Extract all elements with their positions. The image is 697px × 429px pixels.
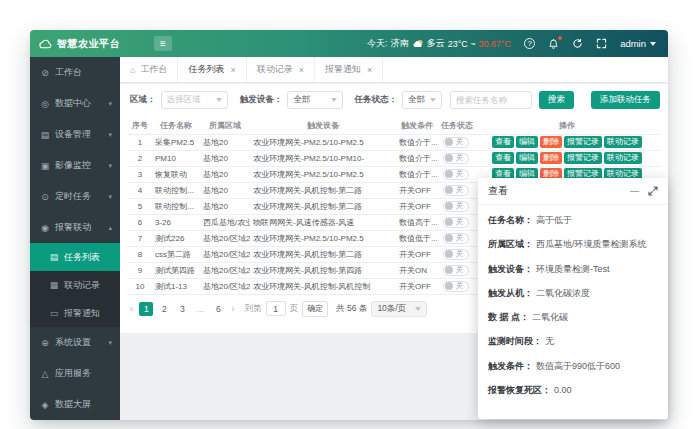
tab-task-list[interactable]: 任务列表× bbox=[178, 57, 246, 82]
trigger-device-cell: 农业环境网关-PM2.5/10-PM2.5 bbox=[250, 166, 396, 182]
linkage-record-button[interactable]: 联动记录 bbox=[604, 136, 642, 148]
column-header: 操作 bbox=[474, 117, 660, 134]
sidebar-item-device-management[interactable]: ▤设备管理▾ bbox=[30, 119, 120, 150]
edit-button[interactable]: 编辑 bbox=[516, 152, 538, 164]
page-button-6[interactable]: 6 bbox=[211, 302, 225, 316]
status-toggle[interactable]: 关 bbox=[443, 217, 469, 228]
edit-button[interactable]: 编辑 bbox=[516, 136, 538, 148]
prev-page-button[interactable]: ‹ bbox=[128, 304, 135, 314]
region-cell: 基地20/区域20 bbox=[200, 262, 250, 278]
status-toggle[interactable]: 关 bbox=[443, 185, 469, 196]
row-index-cell: 3 bbox=[128, 166, 152, 182]
page-jump-input[interactable] bbox=[266, 301, 286, 316]
chevron-down-icon: ▾ bbox=[108, 131, 112, 139]
toggle-knob bbox=[445, 282, 453, 290]
view-button[interactable]: 查看 bbox=[492, 152, 514, 164]
toggle-off-label: 关 bbox=[456, 217, 463, 227]
chevron-down-icon bbox=[430, 98, 436, 102]
sidebar-item-workbench[interactable]: ⊘工作台 bbox=[30, 57, 120, 88]
chevron-down-icon: ▾ bbox=[108, 100, 112, 108]
status-filter-label: 任务状态： bbox=[355, 94, 398, 106]
user-menu[interactable]: admin bbox=[620, 38, 656, 49]
page-button-1[interactable]: 1 bbox=[139, 302, 153, 316]
row-index-cell: 9 bbox=[128, 262, 152, 278]
status-toggle[interactable]: 关 bbox=[443, 233, 469, 244]
delete-button[interactable]: 删除 bbox=[540, 152, 562, 164]
status-toggle[interactable]: 关 bbox=[443, 169, 469, 180]
alarm-record-button[interactable]: 报警记录 bbox=[564, 152, 602, 164]
close-tab-icon[interactable]: × bbox=[299, 65, 304, 75]
region-cell: 基地20/区域20 bbox=[200, 278, 250, 294]
region-cell: 基地20/区域20 bbox=[200, 246, 250, 262]
sidebar-nav: ⊘工作台◎数据中心▾▤设备管理▾▣影像监控▾⊙定时任务▾◉报警联动▴▤任务列表▦… bbox=[30, 57, 120, 420]
search-button[interactable]: 搜索 bbox=[539, 91, 574, 109]
sidebar-item-data-center[interactable]: ◎数据中心▾ bbox=[30, 88, 120, 119]
app-window: 智慧农业平台 ≡ 今天: 济南 多云 23°C ~ 30.67°C ? bbox=[30, 30, 668, 420]
page-button-3[interactable]: 3 bbox=[175, 302, 189, 316]
page-button-2[interactable]: 2 bbox=[157, 302, 171, 316]
close-tab-icon[interactable]: × bbox=[230, 65, 235, 75]
tab-alarm-notice[interactable]: 报警通知× bbox=[315, 57, 383, 82]
tab-workbench[interactable]: ⌂工作台 bbox=[120, 57, 178, 82]
sidebar-item-label: 联动记录 bbox=[64, 279, 100, 292]
status-toggle[interactable]: 关 bbox=[443, 137, 469, 148]
page-size-select[interactable]: 10条/页 bbox=[371, 301, 427, 317]
confirm-button[interactable]: 确定 bbox=[302, 301, 328, 317]
status-cell: 关 bbox=[438, 182, 474, 198]
toggle-off-label: 关 bbox=[456, 249, 463, 259]
dialog-header-icons: — bbox=[630, 186, 658, 196]
sidebar-item-system-settings[interactable]: ⊕系统设置▾ bbox=[30, 327, 120, 358]
status-toggle[interactable]: 关 bbox=[443, 201, 469, 212]
sidebar-item-alarm-notice[interactable]: ▭报警通知 bbox=[30, 299, 120, 327]
chevron-down-icon bbox=[331, 98, 337, 102]
detail-field-recovery-deadzone: 报警恢复死区：0.00 bbox=[488, 385, 658, 396]
region-cell: 基地20 bbox=[200, 150, 250, 166]
trigger-device-select[interactable]: 全部 bbox=[287, 91, 342, 109]
tab-linkage-records[interactable]: 联动记录× bbox=[247, 57, 315, 82]
minimize-icon[interactable]: — bbox=[630, 187, 639, 196]
region-select[interactable]: 选择区域 bbox=[161, 91, 228, 109]
linkage-record-button[interactable]: 联动记录 bbox=[604, 152, 642, 164]
field-value: 二氧化碳 bbox=[532, 312, 568, 323]
add-linkage-task-button[interactable]: 添加联动任务 bbox=[591, 91, 660, 109]
sidebar-item-linkage-records[interactable]: ▦联动记录 bbox=[30, 271, 120, 299]
dialog-header: 查看 — bbox=[478, 178, 668, 205]
next-page-button[interactable]: › bbox=[229, 304, 236, 314]
status-toggle[interactable]: 关 bbox=[443, 265, 469, 276]
sidebar-item-app-services[interactable]: △应用服务 bbox=[30, 358, 120, 389]
refresh-icon[interactable] bbox=[572, 38, 583, 49]
status-toggle[interactable]: 关 bbox=[443, 153, 469, 164]
table-row: 2PM10基地20农业环境网关-PM2.5/10-PM10-数值介于...关查看… bbox=[128, 150, 660, 166]
sidebar-item-task-list[interactable]: ▤任务列表 bbox=[30, 243, 120, 271]
alarm-record-button[interactable]: 报警记录 bbox=[564, 136, 602, 148]
expand-icon[interactable] bbox=[648, 186, 658, 196]
search-input[interactable] bbox=[450, 91, 532, 109]
menu-collapse-icon[interactable]: ≡ bbox=[154, 36, 172, 51]
delete-button[interactable]: 删除 bbox=[540, 136, 562, 148]
help-icon[interactable]: ? bbox=[524, 38, 535, 49]
sidebar-item-video-monitor[interactable]: ▣影像监控▾ bbox=[30, 150, 120, 181]
toggle-knob bbox=[445, 186, 453, 194]
close-tab-icon[interactable]: × bbox=[367, 65, 372, 75]
row-index-cell: 8 bbox=[128, 246, 152, 262]
fullscreen-icon[interactable] bbox=[596, 38, 607, 49]
row-index-cell: 2 bbox=[128, 150, 152, 166]
detail-field-trigger-condition: 触发条件：数值高于990低于600 bbox=[488, 361, 658, 372]
field-label: 监测时间段： bbox=[488, 336, 542, 347]
region-cell: 基地20 bbox=[200, 134, 250, 150]
sidebar-item-data-screen[interactable]: ◈数据大屏 bbox=[30, 389, 120, 420]
sidebar-item-scheduled-tasks[interactable]: ⊙定时任务▾ bbox=[30, 181, 120, 212]
status-toggle[interactable]: 关 bbox=[443, 281, 469, 292]
sidebar-item-alarm-linkage[interactable]: ◉报警联动▴ bbox=[30, 212, 120, 243]
task-status-select[interactable]: 全部 bbox=[402, 91, 442, 109]
page-ellipsis: ... bbox=[193, 302, 207, 316]
sidebar-item-label: 定时任务 bbox=[55, 190, 91, 203]
tab-label: 任务列表 bbox=[188, 63, 224, 76]
notifications-icon[interactable] bbox=[548, 38, 559, 50]
header-right-cluster: 今天: 济南 多云 23°C ~ 30.67°C ? admin bbox=[367, 37, 668, 50]
view-button[interactable]: 查看 bbox=[492, 136, 514, 148]
region-cell: 基地20 bbox=[200, 198, 250, 214]
field-value: 高于低于 bbox=[536, 215, 572, 226]
status-toggle[interactable]: 关 bbox=[443, 249, 469, 260]
weather-info: 今天: 济南 多云 23°C ~ 30.67°C bbox=[367, 37, 511, 50]
